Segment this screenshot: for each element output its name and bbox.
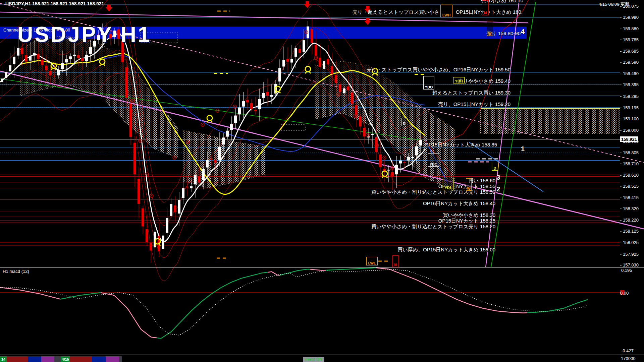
tag-box: YDO	[423, 76, 434, 89]
timeline-segment: 4/15	[61, 356, 70, 362]
price-axis-label: 157.925	[623, 252, 639, 257]
level-number: 3	[496, 174, 500, 181]
timeline-segment	[106, 356, 119, 362]
tag-box: YDC	[428, 153, 439, 167]
timeline-segment	[92, 356, 106, 362]
macd-indicator	[0, 268, 620, 338]
price-axis-label: 159.880	[623, 26, 639, 31]
order-annotation: 買いやや小さめ・割り込むとストップロス売り 158.50	[371, 189, 495, 195]
price-axis-label: 158.025	[623, 240, 639, 245]
price-axis-label: 158.125	[623, 229, 639, 234]
tag-box: LWL	[366, 257, 378, 265]
current-price-box: 158.921	[620, 136, 638, 142]
price-axis-label: 157.830	[623, 263, 639, 267]
timeline-segment	[70, 356, 92, 362]
macd-min-label: -0.427	[621, 348, 634, 353]
order-annotation: 売り・超えるとストップロス買い小さ	[353, 9, 439, 15]
price-axis-label: 158.610	[623, 173, 639, 178]
timeline-segment	[119, 356, 122, 362]
price-axis-label: 159.195	[623, 106, 639, 110]
order-annotation: 売り、OP15日NYカット 159.20	[438, 102, 511, 107]
tag-box: D	[492, 162, 498, 171]
timeline-segment	[41, 356, 54, 362]
tag-box: YDL	[443, 178, 454, 190]
tag-box: D	[401, 118, 407, 126]
price-axis-label: 159.980	[623, 15, 639, 20]
order-annotation: OP15日NYカット大きめ 158.85	[425, 142, 497, 147]
chart-canvas[interactable]	[0, 0, 644, 362]
tag-box: LWH	[440, 5, 452, 17]
timeline-segment	[28, 356, 41, 362]
order-annotation: 超えるとストップロス買い 159.30	[432, 90, 511, 96]
tag-box: M	[482, 0, 489, 15]
channel-info-label: Channel size = 1106 Slope = -5.80	[3, 27, 70, 33]
last-updated-label: 4/15 06:09 更新	[599, 1, 629, 7]
price-axis-label: 159.000	[623, 128, 639, 133]
tag-box: YDH	[453, 77, 465, 83]
order-annotation: OP15日NYカット 158.25	[438, 218, 495, 224]
timeline-segment	[7, 356, 28, 362]
price-axis-label: 159.295	[623, 94, 639, 99]
symbol-quote-line: USDJPY,H1 158.921 158.921 158.921 158.92…	[5, 1, 104, 6]
price-axis-label: 158.515	[623, 184, 639, 189]
order-annotation: 買いやや小さめ・割り込むとストップロス売り 158.20	[371, 224, 495, 229]
price-axis-label: 158.220	[623, 218, 639, 223]
level-number: 1	[521, 145, 525, 152]
level-number: 2	[496, 186, 500, 192]
trading-chart-window: USDJPY,H1 158.921 158.921 158.921 158.92…	[0, 0, 644, 362]
order-annotation: 買い厚め、OP15日NYカット大きめ 158.00	[397, 247, 495, 252]
price-axis-label: 159.100	[623, 117, 639, 121]
tag-box: W	[487, 21, 493, 36]
price-axis-label: 159.785	[623, 38, 639, 42]
price-axis-label: 158.320	[623, 206, 639, 211]
price-axis-label: 158.415	[623, 195, 639, 200]
price-axis-label: 158.710	[623, 162, 639, 166]
price-axis-label: 159.590	[623, 60, 639, 65]
order-annotation: 買い 158.60	[469, 178, 495, 183]
order-annotation: 売りやや小さめ 159.40	[458, 78, 511, 84]
order-annotation: 売り・ストップロス買いやや小さめ、OP16日NYカット 159.50	[366, 67, 511, 72]
level-number: 4	[521, 28, 525, 35]
price-axis-label: 159.685	[623, 49, 639, 54]
order-annotation: OP15日NYカット大きめ 160.	[456, 9, 523, 15]
price-axis-label: 159.490	[623, 71, 639, 76]
macd-zero-label: 0.00	[620, 290, 629, 296]
tag-box: M	[392, 255, 399, 267]
timeline-segment	[54, 356, 61, 362]
price-axis-label: 158.805	[623, 150, 639, 155]
price-axis-label: 159.395	[623, 82, 639, 87]
macd-panel-title: H1 macd (12)	[3, 269, 29, 274]
order-annotation: 買いやや小さめ 158.30	[443, 213, 495, 218]
order-annotation: OP16日NYカット大きめ 158.40	[423, 201, 495, 206]
chart-watermark: USDJPY H1	[17, 22, 152, 47]
macd-toggle-button[interactable]: macd ON	[303, 357, 324, 362]
timeline-segment: 14	[0, 356, 7, 362]
tag-box: W	[466, 178, 472, 191]
volume-label: 170000	[621, 356, 635, 361]
macd-max-label: 0.195	[621, 268, 632, 273]
